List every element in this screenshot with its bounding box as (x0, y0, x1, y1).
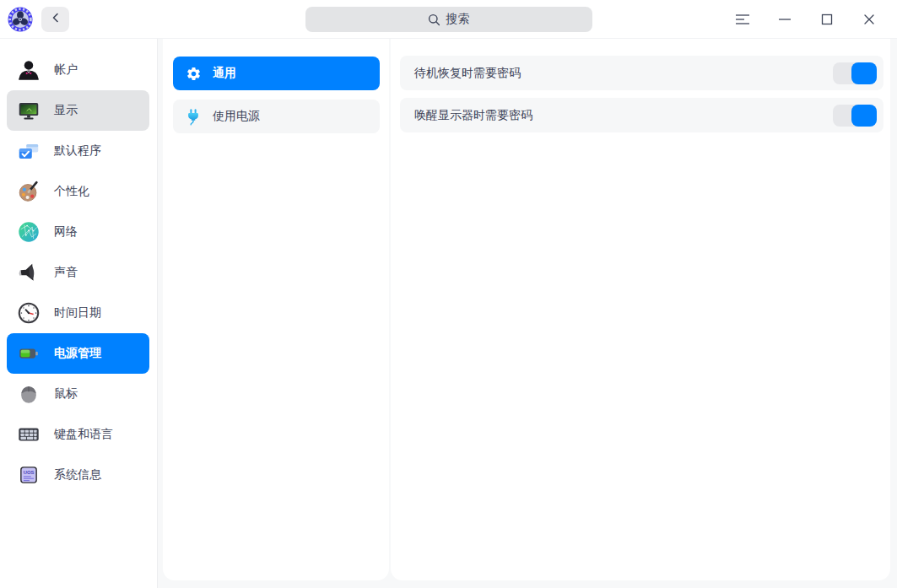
power-icon (15, 340, 42, 367)
sidebar-item-network[interactable]: 网络 (7, 212, 149, 252)
search-input[interactable]: 搜索 (305, 7, 592, 32)
minimize-icon (778, 13, 792, 26)
sidebar-item-datetime[interactable]: 时间日期 (7, 293, 149, 333)
sidebar: 帐户 (0, 39, 158, 588)
sidebar-item-label: 电源管理 (54, 346, 101, 361)
toggle-knob (851, 105, 877, 127)
account-icon (15, 57, 42, 84)
plug-icon (185, 107, 202, 126)
sidebar-item-mouse[interactable]: 鼠标 (7, 374, 149, 414)
app-body: 帐户 (0, 39, 897, 588)
titlebar: 搜索 (0, 0, 897, 39)
sidebar-item-sound[interactable]: 声音 (7, 252, 149, 293)
maximize-icon (820, 13, 834, 26)
search-placeholder: 搜索 (446, 12, 470, 27)
wake-display-password-toggle[interactable] (833, 105, 877, 127)
standby-password-toggle[interactable] (833, 62, 877, 84)
nav-item-on-power[interactable]: 使用电源 (173, 100, 380, 133)
sound-icon (15, 259, 42, 286)
sidebar-item-label: 声音 (54, 265, 78, 280)
close-icon (862, 13, 876, 26)
nav-item-label: 使用电源 (213, 109, 260, 124)
display-icon (15, 97, 42, 124)
app-logo-icon (8, 7, 33, 32)
system-info-icon: UOS (15, 461, 42, 488)
sidebar-item-system-info[interactable]: UOS 系统信息 (7, 455, 149, 495)
personalization-icon (15, 178, 42, 205)
datetime-icon (15, 299, 42, 326)
network-icon (15, 218, 42, 245)
sidebar-item-label: 鼠标 (54, 386, 78, 402)
maximize-button[interactable] (806, 1, 848, 38)
keyboard-icon (15, 421, 42, 448)
sidebar-item-label: 时间日期 (54, 305, 101, 321)
menu-button[interactable] (721, 1, 764, 38)
close-button[interactable] (848, 1, 890, 38)
control-center-window: 搜索 (0, 0, 897, 588)
power-section-nav: 通用 (163, 39, 389, 580)
sidebar-item-personalization[interactable]: 个性化 (7, 171, 149, 212)
sidebar-item-label: 键盘和语言 (54, 427, 113, 442)
sidebar-item-label: 系统信息 (54, 467, 101, 483)
sidebar-item-label: 帐户 (54, 62, 78, 78)
content-area: 通用 (158, 39, 897, 588)
gear-icon (185, 64, 202, 83)
setting-label: 唤醒显示器时需要密码 (414, 108, 833, 123)
search-icon (428, 13, 440, 26)
back-chevron-icon (50, 12, 62, 26)
sidebar-item-keyboard-language[interactable]: 键盘和语言 (7, 414, 149, 455)
general-settings-panel: 待机恢复时需要密码 唤醒显示器时需要密码 (391, 39, 890, 580)
sidebar-item-label: 显示 (54, 103, 78, 118)
back-button[interactable] (41, 7, 69, 32)
nav-item-label: 通用 (213, 66, 236, 81)
sidebar-item-account[interactable]: 帐户 (7, 50, 149, 90)
window-controls (721, 1, 890, 38)
default-apps-icon (15, 138, 42, 165)
nav-item-general[interactable]: 通用 (173, 57, 380, 90)
setting-label: 待机恢复时需要密码 (414, 66, 833, 81)
setting-row-standby-password: 待机恢复时需要密码 (400, 56, 883, 90)
minimize-button[interactable] (764, 1, 806, 38)
menu-icon (735, 13, 750, 25)
svg-text:UOS: UOS (24, 470, 35, 475)
sidebar-item-label: 个性化 (54, 184, 89, 199)
sidebar-item-label: 默认程序 (54, 143, 101, 159)
sidebar-item-power[interactable]: 电源管理 (7, 333, 149, 374)
sidebar-item-display[interactable]: 显示 (7, 90, 149, 131)
sidebar-item-default-apps[interactable]: 默认程序 (7, 131, 149, 171)
sidebar-item-label: 网络 (54, 224, 78, 240)
setting-row-wake-display-password: 唤醒显示器时需要密码 (400, 98, 883, 132)
mouse-icon (15, 380, 42, 407)
toggle-knob (851, 62, 877, 84)
